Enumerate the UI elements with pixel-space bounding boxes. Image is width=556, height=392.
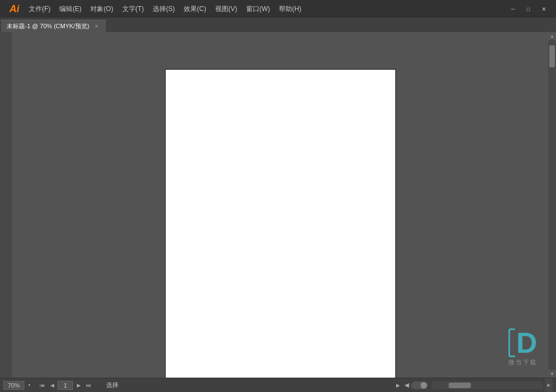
status-right-area: ▶ ◀ ▶ bbox=[121, 378, 553, 393]
scrollbar-up-arrow[interactable]: ▲ bbox=[548, 32, 556, 40]
menu-object[interactable]: 对象(O) bbox=[86, 0, 117, 18]
watermark-text: 微当下载 bbox=[508, 358, 537, 367]
maximize-button[interactable]: □ bbox=[521, 3, 536, 15]
tab-bar: 未标题-1 @ 70% (CMYK/预览) × bbox=[0, 18, 556, 32]
menu-text[interactable]: 文字(T) bbox=[118, 0, 148, 18]
tab-close-button[interactable]: × bbox=[92, 23, 100, 30]
menu-edit[interactable]: 编辑(E) bbox=[55, 0, 86, 18]
menu-window[interactable]: 窗口(W) bbox=[242, 0, 274, 18]
watermark-d-letter: D bbox=[516, 328, 537, 357]
zoom-display: ▾ bbox=[3, 381, 33, 390]
menu-file[interactable]: 文件(F) bbox=[24, 0, 55, 18]
watermark: D 微当下载 bbox=[508, 328, 537, 367]
menu-help[interactable]: 帮助(H) bbox=[274, 0, 306, 18]
tab-label: 未标题-1 @ 70% (CMYK/预览) bbox=[7, 22, 89, 30]
document-tab[interactable]: 未标题-1 @ 70% (CMYK/预览) × bbox=[1, 20, 106, 32]
page-navigation: ⏮ ◀ ▶ ⏭ bbox=[38, 381, 93, 390]
app-logo: Ai bbox=[4, 0, 24, 18]
window-controls: ─ □ ✕ bbox=[505, 3, 552, 15]
menu-effect[interactable]: 效果(C) bbox=[179, 0, 211, 18]
scroll-handle bbox=[420, 382, 427, 389]
watermark-logo: D bbox=[508, 328, 537, 357]
menu-select[interactable]: 选择(S) bbox=[148, 0, 179, 18]
status-bar: ▾ ⏮ ◀ ▶ ⏭ 选择 ▶ ◀ ▶ bbox=[0, 378, 556, 392]
title-bar: Ai 文件(F) 编辑(E) 对象(O) 文字(T) 选择(S) 效果(C) 视… bbox=[0, 0, 556, 18]
scroll-toggle[interactable] bbox=[411, 381, 428, 389]
zoom-input[interactable] bbox=[3, 381, 24, 390]
status-tool-label[interactable]: 选择 bbox=[106, 381, 118, 389]
bottom-scrollbar-thumb[interactable] bbox=[449, 383, 471, 388]
canvas-area[interactable]: D 微当下载 bbox=[12, 32, 548, 378]
menu-view[interactable]: 视图(V) bbox=[211, 0, 242, 18]
right-scrollbar[interactable]: ▲ ▼ bbox=[548, 32, 556, 378]
scrollbar-track[interactable] bbox=[548, 40, 556, 370]
close-button[interactable]: ✕ bbox=[536, 3, 552, 15]
prev-page-button[interactable]: ◀ bbox=[48, 381, 56, 390]
menu-bar: 文件(F) 编辑(E) 对象(O) 文字(T) 选择(S) 效果(C) 视图(V… bbox=[24, 0, 505, 18]
last-page-button[interactable]: ⏭ bbox=[84, 381, 93, 390]
zoom-dropdown-button[interactable]: ▾ bbox=[25, 381, 33, 389]
bottom-scrollbar[interactable] bbox=[432, 381, 543, 389]
artboard bbox=[165, 70, 395, 378]
bottom-right-arrow[interactable]: ▶ bbox=[545, 378, 553, 393]
play-button[interactable]: ▶ bbox=[393, 381, 402, 390]
minimize-button[interactable]: ─ bbox=[505, 3, 521, 15]
left-tool-panel bbox=[0, 32, 12, 378]
scrollbar-down-arrow[interactable]: ▼ bbox=[548, 370, 556, 378]
scroll-label: ◀ bbox=[404, 381, 409, 389]
scrollbar-thumb[interactable] bbox=[549, 45, 555, 67]
watermark-bracket-icon bbox=[508, 328, 515, 357]
page-number-input[interactable] bbox=[58, 381, 73, 390]
first-page-button[interactable]: ⏮ bbox=[38, 381, 46, 390]
workspace: D 微当下载 ▲ ▼ bbox=[0, 32, 556, 378]
next-page-button[interactable]: ▶ bbox=[74, 381, 83, 390]
